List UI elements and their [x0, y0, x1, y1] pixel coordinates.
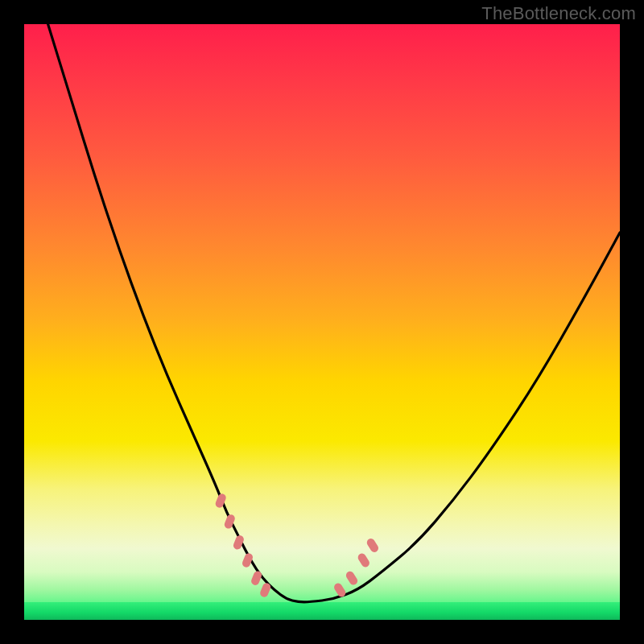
- marker-dot: [365, 537, 380, 554]
- marker-dot: [250, 570, 263, 586]
- chart-frame: TheBottleneck.com: [0, 0, 644, 644]
- plot-area: [24, 24, 620, 620]
- highlight-markers: [214, 493, 380, 598]
- marker-dot: [345, 570, 359, 587]
- marker-dot: [357, 552, 371, 569]
- curve-svg: [24, 24, 620, 620]
- watermark-text: TheBottleneck.com: [481, 3, 636, 24]
- bottleneck-curve: [48, 24, 620, 602]
